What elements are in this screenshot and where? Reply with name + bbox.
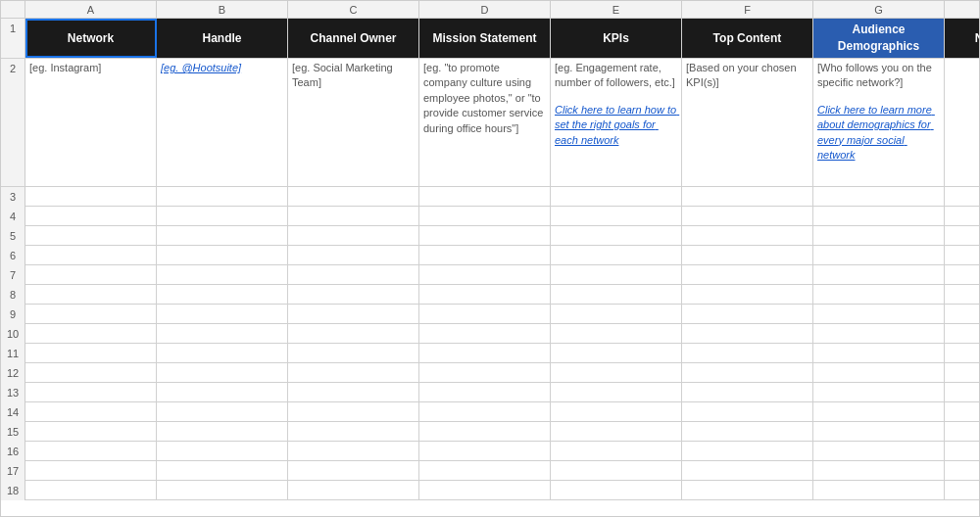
cell-E17[interactable]	[551, 461, 682, 481]
cell-G7[interactable]	[813, 265, 945, 285]
cell-A11[interactable]	[25, 344, 157, 363]
cell-G18[interactable]	[813, 481, 945, 500]
cell-F16[interactable]	[682, 442, 813, 461]
cell-b1[interactable]: Handle	[157, 19, 288, 58]
cell-B11[interactable]	[157, 344, 288, 363]
cell-H18[interactable]	[945, 481, 980, 500]
cell-E10[interactable]	[551, 324, 682, 344]
cell-C3[interactable]	[288, 187, 419, 207]
cell-b2-link[interactable]: [eg. @Hootsuite]	[161, 61, 241, 75]
cell-A5[interactable]	[25, 226, 157, 246]
cell-C15[interactable]	[288, 422, 419, 442]
cell-E3[interactable]	[551, 187, 682, 207]
cell-H12[interactable]	[945, 363, 980, 383]
cell-F8[interactable]	[682, 285, 813, 305]
cell-D12[interactable]	[419, 363, 551, 383]
cell-H8[interactable]	[945, 285, 980, 305]
cell-E9[interactable]	[551, 305, 682, 324]
cell-e2[interactable]: [eg. Engagement rate, number of follower…	[551, 59, 682, 186]
cell-F6[interactable]	[682, 246, 813, 265]
cell-D3[interactable]	[419, 187, 551, 207]
cell-B10[interactable]	[157, 324, 288, 344]
cell-F7[interactable]	[682, 265, 813, 285]
cell-d1[interactable]: Mission Statement	[419, 19, 551, 58]
cell-A6[interactable]	[25, 246, 157, 265]
cell-B3[interactable]	[157, 187, 288, 207]
cell-d2[interactable]: [eg. "to promote company culture using e…	[419, 59, 551, 186]
cell-C16[interactable]	[288, 442, 419, 461]
cell-C9[interactable]	[288, 305, 419, 324]
cell-E6[interactable]	[551, 246, 682, 265]
cell-H10[interactable]	[945, 324, 980, 344]
cell-E18[interactable]	[551, 481, 682, 500]
cell-g2[interactable]: [Who follows you on the specific network…	[813, 59, 945, 186]
cell-F17[interactable]	[682, 461, 813, 481]
cell-B12[interactable]	[157, 363, 288, 383]
cell-C8[interactable]	[288, 285, 419, 305]
cell-F10[interactable]	[682, 324, 813, 344]
cell-H6[interactable]	[945, 246, 980, 265]
cell-B5[interactable]	[157, 226, 288, 246]
cell-G4[interactable]	[813, 207, 945, 226]
cell-E15[interactable]	[551, 422, 682, 442]
cell-g2-link[interactable]: Click here to learn more about demograph…	[817, 103, 940, 164]
cell-A17[interactable]	[25, 461, 157, 481]
cell-F4[interactable]	[682, 207, 813, 226]
cell-A9[interactable]	[25, 305, 157, 324]
cell-F15[interactable]	[682, 422, 813, 442]
cell-D16[interactable]	[419, 442, 551, 461]
cell-B4[interactable]	[157, 207, 288, 226]
cell-H3[interactable]	[945, 187, 980, 207]
cell-B6[interactable]	[157, 246, 288, 265]
cell-C11[interactable]	[288, 344, 419, 363]
cell-C6[interactable]	[288, 246, 419, 265]
cell-E13[interactable]	[551, 383, 682, 402]
cell-G12[interactable]	[813, 363, 945, 383]
cell-C14[interactable]	[288, 402, 419, 422]
cell-D7[interactable]	[419, 265, 551, 285]
cell-A15[interactable]	[25, 422, 157, 442]
cell-C12[interactable]	[288, 363, 419, 383]
cell-G13[interactable]	[813, 383, 945, 402]
cell-F5[interactable]	[682, 226, 813, 246]
cell-D10[interactable]	[419, 324, 551, 344]
cell-f1[interactable]: Top Content	[682, 19, 813, 58]
cell-H15[interactable]	[945, 422, 980, 442]
cell-E5[interactable]	[551, 226, 682, 246]
cell-D4[interactable]	[419, 207, 551, 226]
cell-A4[interactable]	[25, 207, 157, 226]
cell-f2[interactable]: [Based on your chosen KPI(s)]	[682, 59, 813, 186]
cell-H11[interactable]	[945, 344, 980, 363]
cell-G14[interactable]	[813, 402, 945, 422]
cell-F13[interactable]	[682, 383, 813, 402]
cell-B16[interactable]	[157, 442, 288, 461]
cell-E11[interactable]	[551, 344, 682, 363]
cell-H7[interactable]	[945, 265, 980, 285]
cell-E4[interactable]	[551, 207, 682, 226]
cell-H16[interactable]	[945, 442, 980, 461]
cell-F3[interactable]	[682, 187, 813, 207]
cell-e2-link[interactable]: Click here to learn how to set the right…	[555, 103, 677, 148]
cell-D8[interactable]	[419, 285, 551, 305]
cell-G6[interactable]	[813, 246, 945, 265]
cell-G3[interactable]	[813, 187, 945, 207]
cell-C7[interactable]	[288, 265, 419, 285]
cell-A7[interactable]	[25, 265, 157, 285]
cell-F11[interactable]	[682, 344, 813, 363]
cell-G5[interactable]	[813, 226, 945, 246]
cell-F18[interactable]	[682, 481, 813, 500]
cell-B15[interactable]	[157, 422, 288, 442]
cell-C4[interactable]	[288, 207, 419, 226]
cell-b2[interactable]: [eg. @Hootsuite]	[157, 59, 288, 186]
cell-g1[interactable]: AudienceDemographics	[813, 19, 945, 58]
cell-B13[interactable]	[157, 383, 288, 402]
cell-G11[interactable]	[813, 344, 945, 363]
cell-D11[interactable]	[419, 344, 551, 363]
cell-D17[interactable]	[419, 461, 551, 481]
cell-F12[interactable]	[682, 363, 813, 383]
cell-G8[interactable]	[813, 285, 945, 305]
cell-B17[interactable]	[157, 461, 288, 481]
cell-E8[interactable]	[551, 285, 682, 305]
cell-A3[interactable]	[25, 187, 157, 207]
cell-C18[interactable]	[288, 481, 419, 500]
